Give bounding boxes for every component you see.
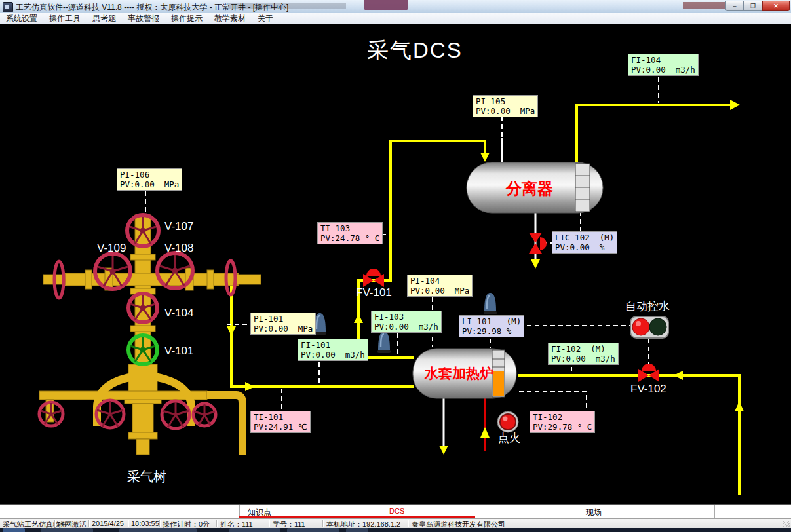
- taskbar-item[interactable]: [287, 528, 339, 532]
- label-pi-101: PI-101PV:0.00 MPa: [250, 313, 316, 335]
- label-fi-102[interactable]: FI-102 (M)PV:0.00 m3/h: [548, 343, 619, 365]
- minimize-button[interactable]: –: [725, 1, 744, 11]
- view-tabbar: 知识点 DCS 现场: [0, 504, 791, 518]
- heater-name: 水套加热炉: [425, 364, 493, 383]
- taskbar-item[interactable]: [229, 528, 280, 532]
- label-pi-106: PI-106PV:0.00 MPa: [117, 168, 182, 191]
- start-button[interactable]: [3, 528, 25, 532]
- label-fi-104: FI-104PV:0.00 m3/h: [628, 54, 699, 76]
- fv-102-valve[interactable]: [638, 364, 659, 382]
- label-ti-101: TI-101PV:24.91 ℃: [250, 411, 311, 433]
- v-109-tag: V-109: [97, 242, 126, 255]
- alarm-beacon-icon: [377, 332, 391, 353]
- status-time: 18:03:55: [131, 520, 159, 527]
- taskbar-item[interactable]: [119, 528, 197, 532]
- tree-name: 采气树: [127, 468, 166, 485]
- label-ti-102: TI-102PV:29.78 ° C: [530, 411, 595, 433]
- status-bar: 采气站工艺仿真软件 联网激活 2015/4/25 18:03:55 操作计时：0…: [0, 518, 791, 528]
- fv-101-valve[interactable]: [363, 269, 384, 287]
- menu-item-accident-alarm[interactable]: 事故警报: [122, 13, 165, 24]
- taskbar-item[interactable]: [41, 528, 93, 532]
- window-titlebar: 工艺仿真软件--源道科技 V11.8 ---- 授权：太原科技大学 - 正常开井…: [0, 0, 791, 14]
- menu-item-operation-hints[interactable]: 操作提示: [165, 13, 208, 24]
- label-fi-101: FI-101PV:0.00 m3/h: [298, 339, 368, 361]
- window-controls: – ❐ ✕: [725, 0, 790, 11]
- lic-102-drain-valve[interactable]: [529, 233, 547, 254]
- separator-name: 分离器: [506, 178, 553, 199]
- v-104-tag: V-104: [164, 307, 193, 320]
- menu-item-about[interactable]: 关于: [252, 13, 279, 24]
- simulation-app-window: 工艺仿真软件--源道科技 V11.8 ---- 授权：太原科技大学 - 正常开井…: [0, 0, 791, 532]
- v-107-tag: V-107: [164, 220, 193, 233]
- fv-102-tag: FV-102: [630, 383, 666, 396]
- window-title: 工艺仿真软件--源道科技 V11.8 ---- 授权：太原科技大学 - 正常开井…: [16, 2, 288, 13]
- v-108-tag: V-108: [164, 242, 193, 255]
- os-taskbar: [0, 528, 791, 532]
- tab-field[interactable]: 现场: [586, 507, 602, 518]
- menu-item-questions[interactable]: 思考题: [87, 13, 122, 24]
- maximize-button[interactable]: ❐: [744, 1, 762, 11]
- process-graphics: [0, 24, 791, 504]
- auto-water-label: 自动控水: [625, 299, 670, 314]
- v-101-tag: V-101: [164, 345, 193, 358]
- ignition-button[interactable]: [497, 411, 518, 432]
- wellhead-tree: [39, 215, 261, 455]
- label-ti-103: TI-103PV:24.78 ° C: [317, 222, 383, 244]
- close-button[interactable]: ✕: [762, 1, 790, 11]
- alarm-beacon-icon: [484, 293, 497, 314]
- menu-item-system-settings[interactable]: 系统设置: [0, 13, 43, 24]
- label-pi-105: PI-105PV:0.00 MPa: [473, 95, 538, 117]
- tab-dcs[interactable]: DCS: [389, 507, 404, 515]
- taskbar-item[interactable]: [346, 528, 368, 532]
- status-date: 2015/4/25: [92, 520, 124, 527]
- menu-item-operation-tools[interactable]: 操作工具: [43, 13, 87, 24]
- app-icon: [3, 2, 13, 12]
- fv-101-tag: FV-101: [356, 286, 392, 299]
- lamp-red-on: [632, 318, 649, 335]
- resize-grip[interactable]: [783, 521, 790, 527]
- background-window-fragment: [364, 0, 408, 10]
- ignition-label: 点火: [498, 430, 520, 446]
- label-li-101[interactable]: LI-101 (M)PV:29.98 %: [459, 315, 524, 337]
- label-fi-103: FI-103PV:0.00 m3/h: [371, 311, 442, 333]
- lamp-green-off: [649, 318, 666, 335]
- dcs-canvas: 采气DCS PI-106PV:0.00 MPa PI-105PV:0.00 MP…: [0, 24, 791, 504]
- label-lic-102[interactable]: LIC-102 (M)PV:0.00 %: [552, 231, 617, 254]
- page-title: 采气DCS: [367, 36, 463, 66]
- auto-water-indicator[interactable]: [630, 316, 668, 338]
- menu-bar: 系统设置 操作工具 思考题 事故警报 操作提示 教学素材 关于: [0, 13, 791, 25]
- label-pi-104: PI-104PV:0.00 MPa: [407, 275, 473, 297]
- heater-level-fill: [493, 371, 504, 396]
- menu-item-teaching-material[interactable]: 教学素材: [208, 13, 252, 24]
